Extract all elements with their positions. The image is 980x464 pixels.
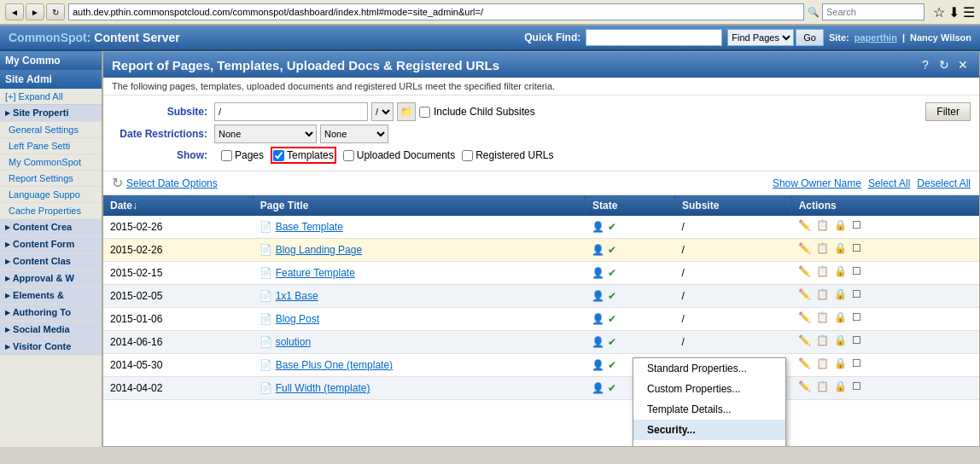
sidebar-item-elements[interactable]: ▸ Elements & xyxy=(0,287,102,304)
bookmark-icon[interactable]: ☆ xyxy=(933,4,945,20)
forward-button[interactable]: ► xyxy=(26,3,44,20)
lock-action-icon[interactable]: 🔒 xyxy=(834,219,849,235)
edit-action-icon[interactable]: ✏️ xyxy=(798,311,814,327)
sidebar-item-content-form[interactable]: ▸ Content Form xyxy=(0,236,102,253)
page-title-link[interactable]: solution xyxy=(276,336,311,348)
edit-action-icon[interactable]: ✏️ xyxy=(798,265,814,281)
site-name-link[interactable]: paperthin xyxy=(855,32,897,43)
sidebar-item-authoring[interactable]: ▸ Authoring To xyxy=(0,304,102,322)
date-cell: 2014-05-30 xyxy=(103,354,253,377)
sidebar-item-approval[interactable]: ▸ Approval & W xyxy=(0,270,102,287)
page-title-link[interactable]: 1x1 Base xyxy=(276,290,318,302)
show-owner-link[interactable]: Show Owner Name xyxy=(773,177,861,189)
checkbox-action[interactable]: ☐ xyxy=(852,242,867,258)
select-date-link[interactable]: Select Date Options xyxy=(126,177,218,189)
col-page-title[interactable]: Page Title xyxy=(253,195,585,216)
include-child-checkbox[interactable] xyxy=(419,107,430,118)
sidebar-item-site-properties[interactable]: ▸ Site Properti xyxy=(0,105,102,122)
checkbox-action[interactable]: ☐ xyxy=(852,219,867,235)
filter-button[interactable]: Filter xyxy=(925,102,971,121)
registered-urls-checkbox[interactable] xyxy=(462,150,473,161)
checkbox-action[interactable]: ☐ xyxy=(852,357,867,373)
copy-action-icon[interactable]: 📋 xyxy=(816,357,831,373)
sidebar-item-content-class[interactable]: ▸ Content Clas xyxy=(0,253,102,270)
page-title-link[interactable]: Blog Landing Page xyxy=(276,244,362,256)
checkbox-action[interactable]: ☐ xyxy=(852,265,867,281)
download-icon[interactable]: ⬇ xyxy=(948,4,960,20)
dialog-close-button[interactable]: ✕ xyxy=(955,57,971,72)
find-pages-select[interactable]: Find Pages xyxy=(727,29,794,46)
page-title-link[interactable]: Base Plus One (template) xyxy=(276,359,393,371)
copy-action-icon[interactable]: 📋 xyxy=(816,265,831,281)
lock-action-icon[interactable]: 🔒 xyxy=(834,334,849,350)
dialog-refresh-button[interactable]: ↻ xyxy=(936,57,952,72)
pages-label: Pages xyxy=(235,149,264,161)
date-restriction-select2[interactable]: None xyxy=(320,125,388,143)
sidebar-item-left-pane[interactable]: Left Pane Setti xyxy=(0,138,102,154)
sidebar-item-content-create[interactable]: ▸ Content Crea xyxy=(0,219,102,236)
subsite-cell: / xyxy=(674,262,791,285)
sidebar-item-report-settings[interactable]: Report Settings xyxy=(0,171,102,187)
page-title-link[interactable]: Blog Post xyxy=(276,313,319,325)
person-state-icon: 👤 xyxy=(592,244,604,256)
subsite-dropdown[interactable]: / xyxy=(371,102,394,121)
page-title-link[interactable]: Base Template xyxy=(276,221,343,233)
lock-action-icon[interactable]: 🔒 xyxy=(834,242,849,258)
templates-checkbox[interactable] xyxy=(273,150,284,161)
lock-action-icon[interactable]: 🔒 xyxy=(834,357,849,373)
edit-action-icon[interactable]: ✏️ xyxy=(798,242,814,258)
pages-checkbox[interactable] xyxy=(221,150,232,161)
lock-action-icon[interactable]: 🔒 xyxy=(834,265,849,281)
copy-action-icon[interactable]: 📋 xyxy=(816,242,831,258)
menu-icon[interactable]: ☰ xyxy=(963,4,975,20)
copy-action-icon[interactable]: 📋 xyxy=(816,311,831,327)
context-menu-security[interactable]: Security... xyxy=(633,420,785,440)
quick-find-input[interactable] xyxy=(586,29,722,46)
table-row: 2015-02-15 📄 Feature Template 👤✔ / ✏️ 📋 … xyxy=(103,262,979,285)
sidebar-item-cache[interactable]: Cache Properties xyxy=(0,203,102,219)
lock-action-icon[interactable]: 🔒 xyxy=(834,288,849,304)
context-menu-template-details[interactable]: Template Details... xyxy=(633,399,785,420)
edit-action-icon[interactable]: ✏️ xyxy=(798,288,814,304)
subsite-browse-button[interactable]: 📁 xyxy=(397,102,416,121)
checkbox-action[interactable]: ☐ xyxy=(852,380,867,396)
edit-action-icon[interactable]: ✏️ xyxy=(798,334,814,350)
edit-action-icon[interactable]: ✏️ xyxy=(798,219,814,235)
context-menu: Standard Properties... Custom Properties… xyxy=(633,357,786,446)
subsite-input[interactable] xyxy=(214,102,368,121)
page-icon: 📄 xyxy=(260,313,272,325)
edit-action-icon[interactable]: ✏️ xyxy=(798,380,814,396)
copy-action-icon[interactable]: 📋 xyxy=(816,288,831,304)
lock-action-icon[interactable]: 🔒 xyxy=(834,311,849,327)
go-button[interactable]: Go xyxy=(796,29,824,46)
checkbox-action[interactable]: ☐ xyxy=(852,334,867,350)
col-date[interactable]: Date↓ xyxy=(103,195,253,216)
url-bar[interactable] xyxy=(68,3,804,20)
deselect-all-link[interactable]: Deselect All xyxy=(917,177,971,189)
sidebar-item-mycs[interactable]: My CommonSpot xyxy=(0,154,102,171)
sidebar-item-general-settings[interactable]: General Settings xyxy=(0,122,102,138)
copy-action-icon[interactable]: 📋 xyxy=(816,380,831,396)
checkbox-action[interactable]: ☐ xyxy=(852,288,867,304)
context-menu-standard-properties[interactable]: Standard Properties... xyxy=(633,358,785,379)
back-button[interactable]: ◄ xyxy=(5,3,24,20)
date-restriction-select1[interactable]: None xyxy=(214,125,317,143)
select-all-link[interactable]: Select All xyxy=(868,177,910,189)
copy-action-icon[interactable]: 📋 xyxy=(816,219,831,235)
refresh-button[interactable]: ↻ xyxy=(46,3,65,20)
context-menu-custom-properties[interactable]: Custom Properties... xyxy=(633,379,785,399)
expand-all-link[interactable]: [+] Expand All xyxy=(0,89,102,105)
context-menu-inheritance-security[interactable]: Inheritance Security... xyxy=(633,440,785,446)
uploaded-docs-checkbox[interactable] xyxy=(343,150,354,161)
sidebar-item-language[interactable]: Language Suppo xyxy=(0,187,102,203)
copy-action-icon[interactable]: 📋 xyxy=(816,334,831,350)
page-title-link[interactable]: Feature Template xyxy=(276,267,355,279)
page-title-link[interactable]: Full Width (template) xyxy=(276,382,370,394)
sidebar-item-visitor[interactable]: ▸ Visitor Conte xyxy=(0,339,102,356)
edit-action-icon[interactable]: ✏️ xyxy=(798,357,814,373)
sidebar-item-social[interactable]: ▸ Social Media xyxy=(0,322,102,339)
lock-action-icon[interactable]: 🔒 xyxy=(834,380,849,396)
help-button[interactable]: ? xyxy=(918,57,933,72)
browser-search-input[interactable] xyxy=(822,3,925,20)
checkbox-action[interactable]: ☐ xyxy=(852,311,867,327)
